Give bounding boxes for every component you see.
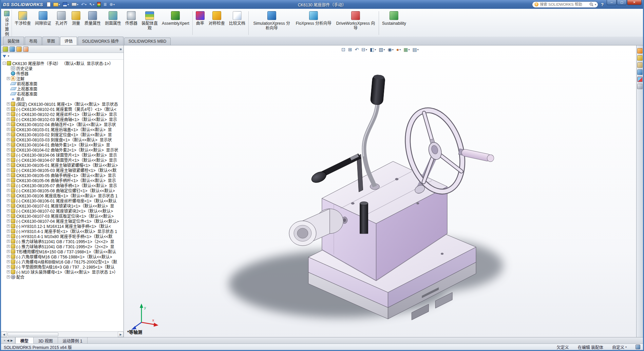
tree-item[interactable]: + (-) 平垫圈倒角型A级16×3 GB / T97 . 2-1985<1>（… — [2, 264, 124, 269]
search-icon[interactable] — [589, 2, 593, 6]
section-properties-button[interactable]: 剖面属性 — [103, 9, 123, 37]
dropdown-caret-icon[interactable]: ▾ — [417, 48, 419, 51]
tree-item[interactable]: + 注解 — [2, 76, 124, 81]
status-item[interactable]: 自定义 ▾ — [612, 344, 627, 350]
expand-icon[interactable]: + — [7, 270, 10, 273]
sustainability-button[interactable]: Sustainability — [380, 9, 408, 37]
quick-tool-button[interactable]: ▾ — [52, 2, 61, 7]
displaymanager-tab[interactable] — [23, 46, 29, 52]
tree-item[interactable]: - CK6130 尾座部件（手动） （默认<默认_显示状态-1>） — [2, 61, 124, 66]
tab-scroll-icon[interactable]: ◀ — [7, 339, 9, 342]
tree-item[interactable]: + CK6130-08104-01 曲轴外套1<1>（默认<<默认>_显 — [2, 142, 124, 147]
quick-tool-button[interactable] — [102, 2, 108, 7]
expand-icon[interactable]: + — [7, 163, 10, 167]
tree-item[interactable]: 右视基准面 — [2, 91, 124, 96]
view-settings-button[interactable]: ▾ — [412, 46, 420, 53]
panel-expand-chevron[interactable]: » — [119, 47, 122, 52]
view-orientation-button[interactable]: ▾ — [369, 46, 377, 53]
tab-solidworks-addins[interactable]: SOLIDWORKS 插件 — [78, 37, 124, 45]
tree-item[interactable]: + (-) 六角螺母A级和B级M16 GB / T6175-20002型<1>（… — [2, 259, 124, 264]
tree-item[interactable]: + (-) CK6130-08102-03 尾座曲轴<1>（默认<<默认>_显示 — [2, 117, 124, 122]
expand-icon[interactable]: + — [7, 174, 10, 177]
crank-knob[interactable] — [370, 74, 385, 105]
tree-item[interactable]: + CK6130-08103-03 刻度盘<1>（默认<<默认>_显示状 — [2, 137, 124, 142]
quick-tool-button[interactable]: ▾ — [109, 2, 116, 7]
expand-icon[interactable]: + — [7, 275, 10, 278]
tab-sketch[interactable]: 草图 — [42, 37, 59, 45]
interference-detection-button[interactable]: 干涉检查 — [13, 9, 33, 37]
zoom-area-button[interactable] — [347, 46, 353, 53]
expand-icon[interactable]: + — [7, 113, 10, 116]
dropdown-caret-icon[interactable]: ▾ — [409, 48, 410, 51]
tree-item[interactable]: + CK6130-08103-01 尾座后端盖<1>（默认<<默认>_显 — [2, 127, 124, 132]
tab-assembly[interactable]: 装配体 — [3, 37, 24, 45]
quick-tool-button[interactable] — [46, 2, 52, 7]
featuremanager-tree-tab[interactable] — [3, 46, 8, 52]
viewport-canvas[interactable]: y x — [124, 45, 636, 337]
tree-item[interactable]: 历史记录 — [2, 66, 124, 71]
tree-item[interactable]: + (-) 推力球轴承511041 GB / T301-1995<2>（2<<2… — [2, 244, 124, 249]
tree-item[interactable]: + (-) 六角厚螺母M16 GB / T56-1988<1>（默认<<默认>_ — [2, 254, 124, 259]
tab-scroll-icon[interactable]: ▶ — [11, 339, 13, 342]
tree-item[interactable]: + CK6130-08103-02 刻度定位盘<1>（默认<<默认>_显 — [2, 132, 124, 137]
driveworksxpress-wizard-button[interactable]: DriveWorksXpress 向导 — [334, 9, 378, 37]
locking-screw[interactable] — [360, 202, 368, 234]
dropdown-caret-icon[interactable]: ▾ — [392, 48, 394, 51]
help-search-box[interactable]: ? ▾ — [532, 1, 598, 8]
expand-icon[interactable]: + — [7, 260, 10, 263]
orientation-triad[interactable]: y x — [131, 304, 158, 330]
tree-item[interactable]: + CK6130-08104-02 曲轴外套2<1>（默认<<默认>_显示状 — [2, 147, 124, 152]
tab-scroll-icon[interactable]: « — [4, 339, 5, 342]
status-item[interactable]: 在编辑 装配体 — [578, 344, 603, 350]
expand-icon[interactable]: + — [7, 199, 10, 202]
status-item[interactable]: 欠定义 — [557, 344, 569, 350]
tree-item[interactable]: + (-) CK6130-08105-03 尾座主轴锁紧螺栓<1>（默认<<默 — [2, 168, 124, 173]
scroll-left-button[interactable] — [1, 332, 7, 337]
dropdown-caret-icon[interactable]: ▾ — [625, 346, 627, 349]
expand-icon[interactable]: + — [7, 219, 10, 222]
tree-item[interactable]: + 配合 — [2, 274, 124, 279]
dropdown-caret-icon[interactable]: ▾ — [77, 3, 78, 6]
previous-view-button[interactable] — [354, 46, 360, 53]
status-icon[interactable] — [636, 345, 640, 349]
tree-item[interactable]: + (-) HY8310.12-1 M16X114 尾座主轴手柄<1>（默认< — [2, 223, 124, 229]
expand-icon[interactable]: + — [7, 240, 10, 243]
quick-tool-button[interactable] — [96, 2, 102, 7]
zoom-fit-button[interactable] — [340, 46, 346, 53]
curvature-button[interactable]: 曲率 — [194, 9, 207, 37]
tree-item[interactable]: + (-) CK6130-08107-04 尾座主轴定位件<1>（默认<<默认>… — [2, 218, 124, 223]
quick-tool-button[interactable]: ▾ — [62, 2, 70, 7]
expand-icon[interactable]: + — [7, 169, 10, 172]
tree-item[interactable]: + CK6130-08107-01 尾座锁紧块1<1>（默认<<默认>_显 — [2, 203, 124, 208]
expand-icon[interactable]: + — [7, 133, 10, 136]
tree-item[interactable]: + CK6130-08105-05 曲轴手柄座<1>（默认<<默认>_显示 — [2, 173, 124, 178]
expand-icon[interactable]: + — [7, 77, 10, 80]
minimize-button[interactable]: ─ — [607, 0, 617, 5]
tab-motion-study-1[interactable]: 运动算例 1 — [58, 337, 88, 344]
sensor-button[interactable]: 传感器 — [123, 9, 139, 37]
solidworks-resources-icon[interactable] — [637, 48, 643, 54]
dropdown-caret-icon[interactable]: ▾ — [375, 48, 376, 51]
tree-item[interactable]: + T形槽用螺栓M16×150 GB / T37-1988<1>（默认<<默认 — [2, 249, 124, 254]
configurationmanager-tab[interactable] — [16, 46, 22, 52]
quick-tool-button[interactable]: ▾ — [88, 2, 95, 7]
expand-icon[interactable]: + — [7, 158, 10, 161]
dropdown-caret-icon[interactable]: ▾ — [113, 3, 115, 6]
tree-item[interactable]: + (-) CK6130-08102-02 尾座丝杆<1>（默认<<默认>_显示 — [2, 112, 124, 117]
tree-item[interactable]: + (-) HY8310.4-1 尾座手轮<1>（默认<<默认>_显示状态 1 — [2, 229, 124, 234]
apply-scene-button[interactable]: ▾ — [402, 46, 411, 53]
tree-item[interactable]: + (-) CK6130-08106-01 尾座丝杆螺母座<1>（默认<<默认 — [2, 198, 124, 203]
expand-icon[interactable]: + — [7, 250, 10, 253]
section-view-button[interactable]: ▾ — [360, 46, 368, 53]
design-study-button[interactable]: 设计算例 — [2, 9, 12, 37]
expand-icon[interactable]: + — [7, 153, 10, 156]
expand-icon[interactable]: + — [7, 148, 10, 151]
expand-icon[interactable]: + — [7, 189, 10, 192]
quick-tool-button[interactable]: ▾ — [71, 2, 79, 6]
expand-icon[interactable]: + — [7, 184, 10, 187]
expand-icon[interactable]: + — [7, 245, 10, 248]
dropdown-caret-icon[interactable]: ▾ — [93, 3, 94, 6]
expand-icon[interactable]: + — [7, 225, 10, 228]
tree-item[interactable]: 前视基准面 — [2, 81, 124, 86]
maximize-button[interactable]: ▢ — [617, 0, 627, 5]
